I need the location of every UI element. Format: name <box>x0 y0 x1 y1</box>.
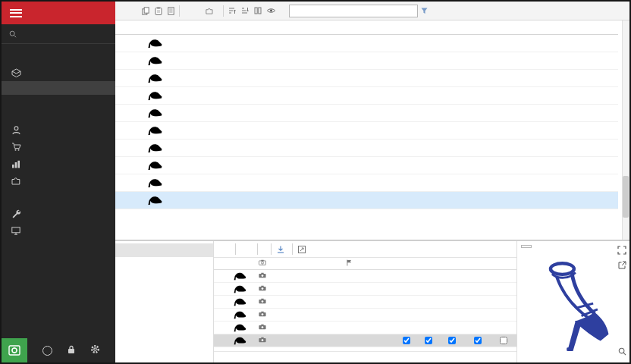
table-row[interactable] <box>115 156 618 174</box>
cell-id[interactable] <box>115 69 143 86</box>
tab-related-products[interactable] <box>115 310 213 324</box>
cell-small[interactable] <box>418 321 440 334</box>
cell-price[interactable] <box>507 139 535 156</box>
cell-exclude[interactable] <box>490 282 516 295</box>
column-header-label[interactable] <box>354 258 396 269</box>
sidebar-item-categories-products[interactable] <box>2 81 115 95</box>
cell-color[interactable] <box>338 139 366 156</box>
image-row-selected[interactable] <box>214 334 516 347</box>
cell-priority[interactable] <box>220 308 231 321</box>
cell-type[interactable] <box>366 69 437 86</box>
cell-product-name[interactable] <box>170 139 253 156</box>
delete-image-button[interactable] <box>261 248 268 251</box>
exclude-checkbox[interactable] <box>500 337 507 344</box>
cell-weight[interactable] <box>535 139 558 156</box>
cell-exclude[interactable] <box>490 308 516 321</box>
cell-product-name[interactable] <box>170 121 253 139</box>
table-row[interactable] <box>115 139 618 156</box>
cell-product-name[interactable] <box>170 34 253 52</box>
cell-preview[interactable] <box>231 321 257 334</box>
cell-attr-set[interactable] <box>558 191 618 209</box>
set-resize-rule-button[interactable] <box>296 244 313 255</box>
cell-preview[interactable] <box>231 269 257 282</box>
cell-weight[interactable] <box>535 52 558 69</box>
cell-preview[interactable] <box>143 139 170 156</box>
column-header-small[interactable] <box>418 258 440 269</box>
table-row[interactable] <box>115 174 618 191</box>
small-checkbox[interactable] <box>425 337 432 344</box>
column-header-sku[interactable] <box>253 20 338 34</box>
cell-file-name[interactable] <box>268 269 345 282</box>
sidebar-item-attributes[interactable] <box>2 95 115 108</box>
cell-base[interactable] <box>396 308 418 321</box>
add-product-button[interactable] <box>124 9 128 12</box>
tab-images-and-video[interactable] <box>115 243 213 257</box>
cell-description[interactable] <box>437 104 507 121</box>
cell-id[interactable] <box>115 52 143 69</box>
cell-description[interactable] <box>437 191 507 209</box>
cell-thumbnail[interactable] <box>439 321 466 334</box>
cell-color[interactable] <box>338 34 366 52</box>
table-row-selected[interactable] <box>115 191 618 209</box>
cell-color[interactable] <box>338 191 366 209</box>
cell-thumbnail[interactable] <box>439 282 466 295</box>
cell-base[interactable] <box>396 321 418 334</box>
cell-attr-set[interactable] <box>558 156 618 174</box>
cell-file-name[interactable] <box>268 308 345 321</box>
cell-color[interactable] <box>338 156 366 174</box>
cell-attr-set[interactable] <box>558 86 618 104</box>
image-row[interactable] <box>214 308 516 321</box>
tab-websites[interactable] <box>115 284 213 297</box>
cell-priority[interactable] <box>220 282 231 295</box>
cell-sku[interactable] <box>253 191 338 209</box>
cell-preview[interactable] <box>231 282 257 295</box>
cell-price[interactable] <box>507 52 535 69</box>
cell-description[interactable] <box>437 121 507 139</box>
cell-priority[interactable] <box>220 269 231 282</box>
cell-preview[interactable] <box>143 156 170 174</box>
cell-price[interactable] <box>507 104 535 121</box>
cell-description[interactable] <box>437 86 507 104</box>
sidebar-item-tools[interactable] <box>2 206 115 222</box>
cell-price[interactable] <box>507 69 535 86</box>
image-row[interactable] <box>214 321 516 334</box>
cell-color[interactable] <box>338 52 366 69</box>
cell-product-name[interactable] <box>170 174 253 191</box>
column-header-file-name[interactable] <box>268 258 345 269</box>
cell-thumbnail[interactable] <box>439 295 466 308</box>
cell-exclude[interactable] <box>490 321 516 334</box>
cell-preview[interactable] <box>231 308 257 321</box>
import-export-menu[interactable] <box>182 9 192 12</box>
refresh-button[interactable] <box>118 9 123 12</box>
cell-description[interactable] <box>437 34 507 52</box>
filters-menu[interactable] <box>419 6 435 16</box>
cell-id[interactable] <box>115 121 143 139</box>
cell-priority[interactable] <box>220 334 231 347</box>
cell-product-name[interactable] <box>170 86 253 104</box>
sidebar-item-addons[interactable] <box>2 172 115 189</box>
cell-weight[interactable] <box>535 191 558 209</box>
fullscreen-icon[interactable] <box>617 245 626 257</box>
column-header-camera[interactable] <box>257 258 268 269</box>
cell-sku[interactable] <box>253 139 338 156</box>
cell-preview[interactable] <box>143 69 170 86</box>
cell-type[interactable] <box>366 191 437 209</box>
image-row[interactable] <box>214 269 516 282</box>
cell-file-name[interactable] <box>268 295 345 308</box>
cell-swatch[interactable] <box>466 295 491 308</box>
column-header-preview[interactable] <box>143 20 170 34</box>
cell-color[interactable] <box>338 104 366 121</box>
cell-price[interactable] <box>507 121 535 139</box>
cell-price[interactable] <box>507 86 535 104</box>
cell-label[interactable] <box>354 282 396 295</box>
column-header-attr-set[interactable] <box>558 20 618 34</box>
search-input[interactable] <box>21 30 108 38</box>
add-image-button[interactable] <box>217 248 224 251</box>
cell-small[interactable] <box>418 295 440 308</box>
column-header-exclude[interactable] <box>490 258 516 269</box>
cell-preview[interactable] <box>143 34 170 52</box>
download-image-button[interactable] <box>275 244 289 255</box>
cell-type[interactable] <box>366 121 437 139</box>
column-header-swatch[interactable] <box>466 258 491 269</box>
cell-attr-set[interactable] <box>558 121 618 139</box>
